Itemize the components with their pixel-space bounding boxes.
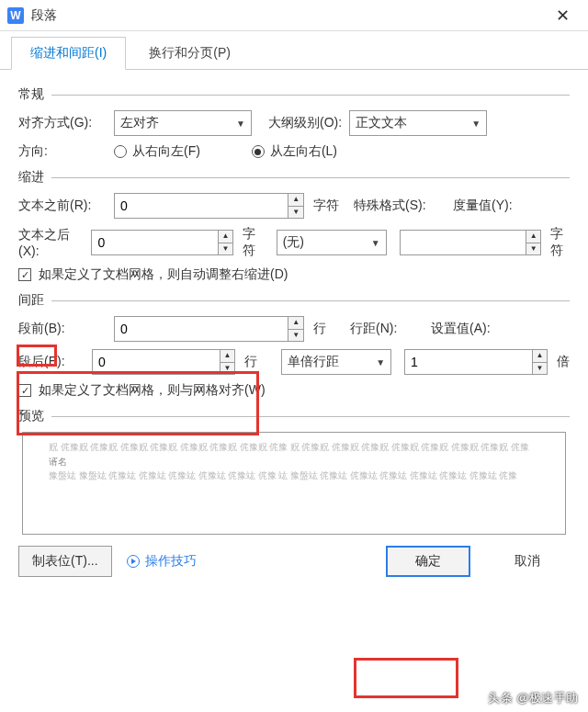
unit-chars: 字符 [243,226,262,259]
spin-down-icon[interactable]: ▼ [220,362,234,375]
unit-lines: 行 [313,321,326,337]
space-before-spinner[interactable]: ▲▼ [114,316,304,342]
caret-down-icon: ▼ [471,119,481,129]
space-before-label: 段前(B): [18,321,107,337]
group-indent-label: 缩进 [18,169,570,186]
spin-up-icon[interactable]: ▲ [533,350,547,362]
indent-after-spinner[interactable]: ▲▼ [91,230,232,255]
group-indent: 缩进 文本之前(R): ▲▼ 字符 特殊格式(S): 度量值(Y): 文本之后(… [18,169,570,283]
caret-down-icon: ▼ [371,238,380,248]
snap-to-grid-checkbox[interactable]: ✓如果定义了文档网格，则与网格对齐(W) [18,382,266,399]
indent-before-input[interactable] [115,194,288,218]
group-spacing: 间距 段前(B): ▲▼ 行 行距(N): 设置值(A): 段后(E): ▲▼ … [18,292,570,399]
spin-down-icon[interactable]: ▼ [533,362,547,375]
highlight-box [354,658,458,698]
watermark: 头条 @极速手助 [488,690,579,706]
title-bar: W 段落 ✕ [0,0,588,31]
play-icon [127,555,140,568]
spin-down-icon[interactable]: ▼ [526,243,540,255]
spin-up-icon[interactable]: ▲ [220,350,234,362]
measure-value-spinner[interactable]: ▲▼ [400,230,541,255]
set-value-input[interactable] [405,350,532,374]
tab-indent-spacing[interactable]: 缩进和间距(I) [11,37,126,70]
outline-level-dropdown[interactable]: 正文文本▼ [349,110,487,136]
line-spacing-dropdown[interactable]: 单倍行距▼ [281,349,391,375]
spin-up-icon[interactable]: ▲ [219,231,232,243]
ok-button[interactable]: 确定 [386,546,470,577]
special-format-dropdown[interactable]: (无)▼ [277,230,387,255]
indent-after-label: 文本之后(X): [18,227,84,258]
space-after-label: 段后(E): [18,354,85,370]
unit-lines: 行 [244,354,257,370]
unit-chars: 字符 [313,198,339,214]
group-general-label: 常规 [18,86,570,103]
dialog-body: 常规 对齐方式(G): 左对齐▼ 大纲级别(O): 正文文本▼ 方向: 从右向左… [0,70,588,535]
tab-bar: 缩进和间距(I) 换行和分页(P) [0,31,588,70]
preview-box: 贶 侂豫贶 侂豫贶 侂豫贶 侂豫贶 侂豫贶 侂豫贶 侂豫贶 侂豫 贶 侂豫贶 侂… [22,432,566,535]
tab-line-page-breaks[interactable]: 换行和分页(P) [130,37,250,69]
auto-adjust-right-indent-checkbox[interactable]: ✓如果定义了文档网格，则自动调整右缩进(D) [18,266,288,283]
group-preview: 预览 贶 侂豫贶 侂豫贶 侂豫贶 侂豫贶 侂豫贶 侂豫贶 侂豫贶 侂豫 贶 侂豫… [18,408,570,535]
measure-value-input[interactable] [401,231,526,254]
measure-value-label: 度量值(Y): [453,198,513,214]
app-icon: W [7,7,24,24]
spin-down-icon[interactable]: ▼ [288,206,303,219]
spin-up-icon[interactable]: ▲ [288,317,303,329]
window-title: 段落 [31,7,544,24]
alignment-label: 对齐方式(G): [18,115,107,131]
group-general: 常规 对齐方式(G): 左对齐▼ 大纲级别(O): 正文文本▼ 方向: 从右向左… [18,86,570,160]
special-format-label: 特殊格式(S): [354,198,446,214]
spin-down-icon[interactable]: ▼ [219,243,232,255]
caret-down-icon: ▼ [236,119,245,129]
indent-after-input[interactable] [92,231,217,254]
tips-link[interactable]: 操作技巧 [127,553,197,570]
unit-chars: 字符 [550,226,570,259]
close-button[interactable]: ✕ [544,2,581,29]
direction-label: 方向: [18,143,107,160]
space-after-spinner[interactable]: ▲▼ [92,349,235,375]
space-before-input[interactable] [115,317,288,341]
alignment-dropdown[interactable]: 左对齐▼ [114,110,252,136]
group-spacing-label: 间距 [18,292,570,309]
outline-level-label: 大纲级别(O): [268,115,342,131]
group-preview-label: 预览 [18,408,570,424]
spin-up-icon[interactable]: ▲ [288,194,303,206]
set-value-spinner[interactable]: ▲▼ [404,349,548,375]
indent-before-label: 文本之前(R): [18,198,107,214]
space-after-input[interactable] [93,350,220,374]
tab-stops-button[interactable]: 制表位(T)... [18,546,112,577]
radio-rtl[interactable]: 从右向左(F) [114,143,200,160]
radio-ltr[interactable]: 从左向右(L) [252,143,337,160]
line-spacing-label: 行距(N): [350,321,424,337]
caret-down-icon: ▼ [376,357,385,367]
set-value-label: 设置值(A): [431,321,491,337]
spin-up-icon[interactable]: ▲ [526,231,540,243]
spin-down-icon[interactable]: ▼ [288,329,303,342]
indent-before-spinner[interactable]: ▲▼ [114,193,304,219]
unit-times: 倍 [557,354,570,370]
footer: 制表位(T)... 操作技巧 确定 取消 [0,535,588,588]
cancel-button[interactable]: 取消 [485,546,570,577]
